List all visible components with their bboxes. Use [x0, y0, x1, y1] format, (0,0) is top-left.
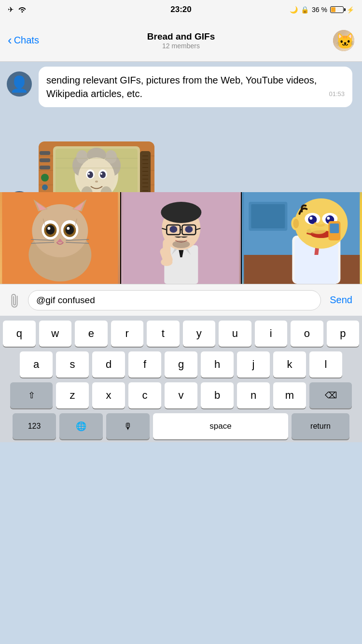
- chat-subtitle: 12 members: [147, 42, 215, 50]
- svg-rect-24: [40, 151, 50, 155]
- svg-point-65: [67, 227, 70, 230]
- back-label: Chats: [14, 35, 39, 46]
- key-123[interactable]: 123: [13, 413, 56, 439]
- key-w[interactable]: w: [39, 321, 72, 347]
- svg-point-21: [95, 181, 98, 182]
- charge-icon: ⚡: [347, 6, 354, 14]
- key-f[interactable]: f: [128, 351, 161, 378]
- key-m[interactable]: m: [273, 382, 306, 408]
- battery-icon: [330, 6, 344, 13]
- battery-pct: 36 %: [312, 6, 327, 14]
- keyboard-row-1: q w e r t y u i o p: [3, 321, 359, 347]
- keyboard-row-3: ⇧ z x c v b n m ⌫: [3, 382, 359, 408]
- key-space[interactable]: space: [153, 413, 288, 439]
- svg-point-20: [100, 173, 102, 175]
- attach-button[interactable]: [2, 288, 27, 312]
- svg-point-63: [65, 225, 74, 235]
- status-time: 23:20: [170, 5, 191, 14]
- svg-point-19: [88, 173, 90, 175]
- sender-avatar-1: 👤: [7, 71, 32, 97]
- input-bar: Send: [0, 284, 362, 316]
- battery-fill: [331, 7, 335, 12]
- key-a[interactable]: a: [20, 351, 53, 378]
- key-b[interactable]: b: [201, 382, 234, 408]
- gif-search-results: [0, 192, 362, 284]
- gif-result-1[interactable]: [0, 192, 120, 284]
- key-h[interactable]: h: [201, 351, 234, 378]
- key-v[interactable]: v: [165, 382, 197, 408]
- key-o[interactable]: o: [291, 321, 323, 347]
- svg-point-108: [310, 223, 328, 234]
- lock-icon: 🔒: [301, 6, 309, 14]
- key-delete[interactable]: ⌫: [309, 382, 352, 408]
- svg-point-27: [41, 174, 49, 182]
- svg-rect-110: [330, 224, 339, 233]
- wifi-icon: [18, 6, 27, 14]
- message-time-1: 01:53: [329, 90, 345, 98]
- status-right: 🌙 🔒 36 % ⚡: [290, 6, 354, 14]
- svg-point-18: [100, 171, 106, 178]
- gif-result-2[interactable]: [121, 192, 241, 284]
- sender-1-face: 👤: [10, 75, 29, 93]
- key-x[interactable]: x: [92, 382, 125, 408]
- moon-icon: 🌙: [290, 6, 298, 14]
- status-bar: ✈ 23:20 🌙 🔒 36 % ⚡: [0, 0, 362, 19]
- gif-result-3[interactable]: [242, 192, 362, 284]
- svg-point-17: [87, 171, 93, 178]
- svg-point-62: [46, 225, 55, 235]
- group-avatar-image: [333, 30, 354, 51]
- chat-title: Bread and GIFs: [147, 31, 215, 42]
- group-avatar[interactable]: [333, 30, 354, 51]
- keyboard-row-4: 123 🌐 🎙 space return: [3, 413, 359, 439]
- key-u[interactable]: u: [219, 321, 251, 347]
- chat-area: 👤 sending relevant GIFs, pictures from t…: [0, 62, 362, 284]
- keyboard: q w e r t y u i o p a s d f g h j k l ⇧ …: [0, 316, 362, 442]
- svg-point-85: [185, 226, 193, 233]
- key-return[interactable]: return: [292, 413, 349, 439]
- key-shift[interactable]: ⇧: [10, 382, 53, 408]
- svg-point-84: [169, 226, 177, 233]
- key-g[interactable]: g: [165, 351, 197, 378]
- back-button[interactable]: ‹ Chats: [8, 35, 39, 46]
- key-i[interactable]: i: [255, 321, 288, 347]
- svg-point-89: [172, 240, 190, 248]
- svg-point-102: [310, 217, 313, 220]
- airplane-icon: ✈: [8, 5, 14, 14]
- message-text-1: sending relevant GIFs, pictures from the…: [46, 75, 317, 99]
- key-y[interactable]: y: [183, 321, 216, 347]
- svg-point-28: [42, 184, 48, 190]
- svg-point-105: [293, 219, 299, 228]
- nav-title-block: Bread and GIFs 12 members: [147, 31, 215, 50]
- key-j[interactable]: j: [237, 351, 270, 378]
- key-d[interactable]: d: [92, 351, 125, 378]
- key-q[interactable]: q: [3, 321, 36, 347]
- message-bubble-text: sending relevant GIFs, pictures from the…: [39, 67, 352, 107]
- svg-point-53: [32, 204, 88, 257]
- svg-rect-93: [251, 204, 285, 228]
- key-s[interactable]: s: [56, 351, 89, 378]
- key-c[interactable]: c: [128, 382, 161, 408]
- message-input[interactable]: [28, 290, 321, 310]
- key-globe[interactable]: 🌐: [59, 413, 103, 439]
- key-p[interactable]: p: [327, 321, 360, 347]
- svg-rect-25: [40, 158, 50, 162]
- key-t[interactable]: t: [147, 321, 180, 347]
- svg-rect-26: [40, 166, 50, 169]
- keyboard-row-2: a s d f g h j k l: [3, 351, 359, 378]
- key-z[interactable]: z: [56, 382, 89, 408]
- send-button[interactable]: Send: [326, 294, 356, 306]
- svg-point-64: [47, 227, 50, 230]
- key-k[interactable]: k: [273, 351, 306, 378]
- svg-point-103: [327, 217, 330, 220]
- status-left-icons: ✈: [8, 5, 27, 14]
- svg-point-78: [161, 202, 201, 223]
- back-chevron-icon: ‹: [8, 34, 12, 46]
- key-mic[interactable]: 🎙: [106, 413, 150, 439]
- key-n[interactable]: n: [237, 382, 270, 408]
- nav-bar: ‹ Chats Bread and GIFs 12 members: [0, 19, 362, 62]
- key-r[interactable]: r: [111, 321, 144, 347]
- key-e[interactable]: e: [75, 321, 108, 347]
- key-l[interactable]: l: [309, 351, 342, 378]
